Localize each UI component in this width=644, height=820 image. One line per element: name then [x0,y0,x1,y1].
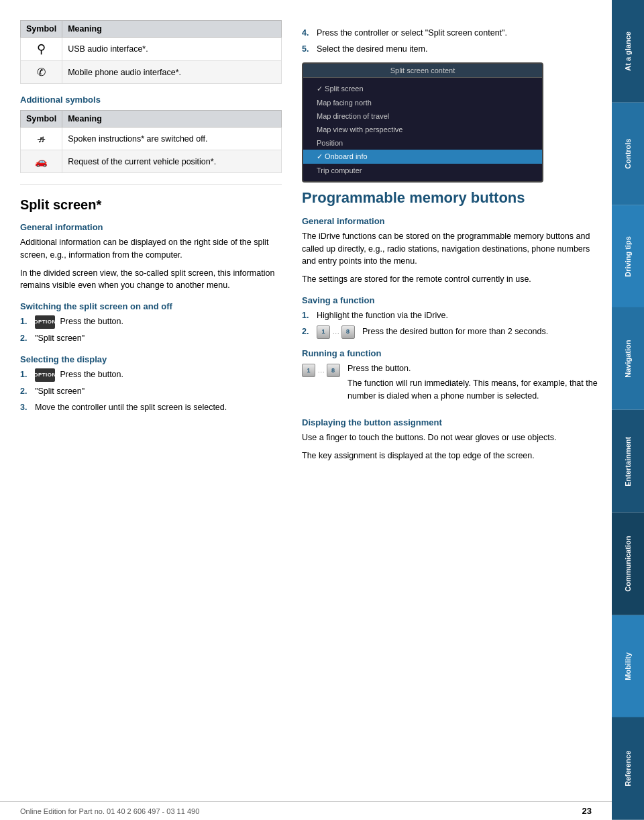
tab-communication[interactable]: Communication [612,513,644,615]
mem-btn-1: 1 [317,325,330,339]
menu-item-trip: Trip computer [303,164,542,177]
general-info-left-title: General information [20,222,282,232]
menu-item-map-direction: Map direction of travel [303,109,542,123]
list-item: 5. Select the desired menu item. [302,43,598,56]
car-icon-cell: 🚗 [21,150,62,173]
menu-item-split-screen: Split screen [303,82,542,96]
menu-item-position: Position [303,136,542,150]
additional-symbols-label: Additional symbols [20,95,282,105]
menu-item-map-north: Map facing north [303,96,542,109]
list-item: 2. 1 ... 8 Press the desired button for … [302,325,598,339]
screenshot-image: Split screen content Split screen Map fa… [302,62,543,183]
page-number: 23 [582,806,592,816]
option-button-icon-2: OPTION [35,368,55,382]
page-footer: Online Edition for Part no. 01 40 2 606 … [0,801,612,820]
split-screen-title: Split screen* [20,197,282,213]
gen-info-text1: The iDrive functions can be stored on th… [302,230,598,268]
menu-item-map-perspective: Map view with perspective [303,123,542,136]
menu-item-onboard: ✓ Onboard info [303,150,542,164]
tab-mobility[interactable]: Mobility [612,615,644,718]
phone-meaning: Mobile phone audio interface*. [62,61,282,84]
tab-at-a-glance[interactable]: At a glance [612,0,644,103]
displaying-text2: The key assignment is displayed at the t… [302,450,598,462]
mem-btn-8: 8 [341,325,355,339]
phone-icon-cell: ✆ [21,61,62,84]
mute-meaning: Spoken instructions* are switched off. [62,127,282,150]
running-title: Running a function [302,348,598,358]
saving-title: Saving a function [302,295,598,305]
continued-steps-list: 4. Press the controller or select "Split… [302,27,598,56]
running-mem-btn-8: 8 [327,364,340,377]
list-item: 1. OPTION Press the button. [20,315,282,329]
car-meaning: Request of the current vehicle position*… [62,150,282,173]
list-item: 2. "Split screen" [20,332,282,345]
list-item: 1. OPTION Press the button. [20,368,282,382]
screenshot-menu: Split screen Map facing north Map direct… [303,78,542,181]
displaying-text1: Use a finger to touch the buttons. Do no… [302,431,598,444]
switching-steps-list: 1. OPTION Press the button. 2. "Split sc… [20,315,282,345]
running-mem-btn-1: 1 [302,364,315,377]
tab-entertainment[interactable]: Entertainment [612,410,644,513]
symbols-table: Symbol Meaning ⚲ USB audio interface*. ✆ [20,20,282,84]
tab-navigation[interactable]: Navigation [612,307,644,410]
symbol-col-header: Symbol [21,21,62,38]
screenshot-title: Split screen content [303,64,542,78]
general-info-text2: In the divided screen view, the so-calle… [20,267,282,293]
table-row: ⚲ USB audio interface*. [21,38,282,61]
selecting-title: Selecting the display [20,354,282,364]
tab-driving-tips[interactable]: Driving tips [612,205,644,308]
tab-reference[interactable]: Reference [612,717,644,820]
list-item: 3. Move the controller until the split s… [20,401,282,414]
general-info-text1: Additional information can be displayed … [20,236,282,262]
online-edition-text: Online Edition for Part no. 01 40 2 606 … [20,807,199,815]
gen-info-text2: The settings are stored for the remote c… [302,273,598,286]
mute-icon-cell: ♬ [21,127,62,150]
displaying-title: Displaying the button assignment [302,417,598,427]
section-divider [20,184,282,185]
option-button-icon: OPTION [35,315,55,329]
usb-icon-cell: ⚲ [21,38,62,61]
running-text1: Press the button. [347,362,598,375]
gen-info-right-title: General information [302,216,598,226]
add-symbol-col-header: Symbol [21,111,62,127]
list-item: 1. Highlight the function via the iDrive… [302,309,598,322]
saving-steps-list: 1. Highlight the function via the iDrive… [302,309,598,339]
programmable-title: Programmable memory buttons [302,189,598,207]
running-text2: The function will run immediately. This … [347,377,598,403]
table-row: ♬ Spoken instructions* are switched off. [21,127,282,150]
list-item: 2. "Split screen" [20,385,282,398]
table-row: 🚗 Request of the current vehicle positio… [21,150,282,173]
right-sidebar: At a glance Controls Driving tips Naviga… [612,0,644,820]
tab-controls[interactable]: Controls [612,103,644,205]
switching-title: Switching the split screen on and off [20,301,282,311]
add-meaning-col-header: Meaning [62,111,282,127]
memory-button-group: 1 ... 8 [317,325,356,339]
selecting-steps-list: 1. OPTION Press the button. 2. "Split sc… [20,368,282,414]
usb-meaning: USB audio interface*. [62,38,282,61]
meaning-col-header: Meaning [62,21,282,38]
list-item: 4. Press the controller or select "Split… [302,27,598,40]
additional-symbols-table: Symbol Meaning ♬ Spoken instructions* ar… [20,110,282,173]
table-row: ✆ Mobile phone audio interface*. [21,61,282,84]
